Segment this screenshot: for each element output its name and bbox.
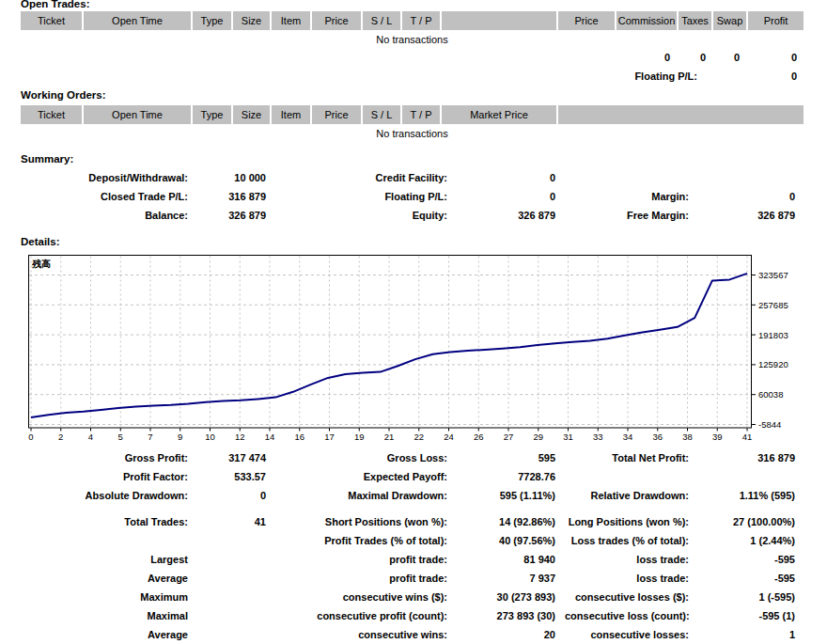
summary-label: Equity:	[282, 210, 447, 222]
stat-label: consecutive profit (count):	[282, 610, 447, 622]
column-header-ticket: Ticket	[21, 11, 82, 30]
x-axis-tick-label: 5	[118, 432, 123, 442]
column-header-item: Item	[272, 11, 310, 30]
summary-label: Deposit/Withdrawal:	[21, 172, 188, 184]
column-header-profit: Profit	[748, 11, 804, 30]
stat-label: consecutive losses:	[565, 629, 689, 641]
column-header-size: Size	[233, 105, 270, 124]
stat-value: 1 (2.44%)	[694, 535, 795, 547]
summary-value: 326 879	[694, 210, 795, 222]
stat-label: Absolute Drawdown:	[21, 490, 188, 502]
stat-label: Relative Drawdown:	[565, 490, 689, 502]
stat-label: Total Net Profit:	[565, 452, 689, 464]
x-axis-tick-label: 4	[88, 432, 93, 442]
x-axis-tick-label: 34	[623, 432, 633, 442]
x-axis-tick-label: 39	[712, 432, 723, 442]
y-axis-tick-label: -5844	[758, 419, 781, 430]
column-header-price: Price	[312, 11, 361, 30]
column-header-size: Size	[233, 11, 270, 30]
stat-label: Profit Factor:	[21, 471, 188, 483]
stat-label: consecutive losses ($):	[565, 591, 689, 604]
stat-value: 1 (-595)	[694, 591, 795, 604]
details-title: Details:	[21, 236, 60, 247]
stat-value: 595 (1.11%)	[452, 490, 555, 502]
column-header-price: Price	[312, 105, 361, 124]
stat-label: Short Positions (won %):	[282, 516, 447, 528]
summary-value: 0	[694, 191, 795, 203]
stat-value: 595	[452, 452, 555, 464]
stat-value: 0	[193, 490, 266, 502]
stat-value: 317 474	[193, 452, 266, 464]
x-axis-tick-label: 0	[28, 432, 33, 442]
y-axis-tick-label: 323567	[758, 270, 788, 280]
summary-label: Margin:	[565, 191, 689, 203]
y-axis-tick-label: 191803	[758, 330, 788, 340]
summary-value: 316 879	[193, 191, 266, 203]
stat-label: Gross Profit:	[21, 452, 188, 464]
stat-value: 316 879	[694, 452, 795, 464]
summary-label: Credit Facility:	[282, 172, 447, 184]
balance-curve-chart: 0245791012141617192122242627293133343638…	[0, 0, 827, 451]
stat-value: -595 (1)	[694, 610, 795, 622]
stat-value: -595	[694, 554, 795, 566]
summary-value: 0	[452, 191, 555, 203]
x-axis-tick-label: 17	[324, 432, 335, 442]
column-header-commission: Commission	[616, 11, 677, 30]
stat-value: 41	[193, 516, 266, 528]
x-axis-tick-label: 16	[294, 432, 304, 442]
x-axis-tick-label: 29	[533, 432, 543, 442]
stat-value: 7 937	[452, 573, 555, 585]
summary-value: 10 000	[193, 172, 266, 184]
x-axis-tick-label: 41	[742, 432, 753, 442]
column-header-t-p: T / P	[402, 11, 440, 30]
stat-value: 1.11% (595)	[694, 490, 795, 502]
x-axis-tick-label: 22	[414, 432, 424, 442]
x-axis-tick-label: 19	[354, 432, 365, 442]
column-header-item: Item	[272, 105, 310, 124]
stat-value: 1	[694, 629, 795, 641]
y-axis-tick-label: 257685	[758, 300, 788, 310]
stat-label: Long Positions (won %):	[565, 516, 689, 528]
stat-value: 27 (100.00%)	[694, 516, 795, 528]
x-axis-tick-label: 24	[444, 432, 454, 442]
stat-label: Total Trades:	[21, 516, 188, 528]
working-orders-empty-text: No transactions	[21, 128, 804, 139]
column-header-blank	[558, 105, 804, 124]
chart-title-balance: 残高	[31, 259, 51, 269]
open-trades-empty-text: No transactions	[21, 34, 804, 45]
column-header-taxes: Taxes	[679, 11, 711, 30]
y-axis-tick-label: 60038	[758, 389, 783, 400]
x-axis-tick-label: 7	[148, 432, 152, 442]
column-header-t-p: T / P	[402, 105, 440, 124]
stat-label: consecutive wins ($):	[282, 591, 447, 604]
working-orders-header-row: TicketOpen TimeTypeSizeItemPriceS / LT /…	[21, 105, 805, 124]
x-axis-tick-label: 12	[235, 432, 245, 442]
stat-label: Profit Trades (% of total):	[282, 535, 447, 547]
summary-value: 0	[452, 172, 555, 184]
x-axis-tick-label: 38	[682, 432, 693, 442]
stat-label: Largest	[21, 554, 188, 566]
column-header-price: Price	[558, 11, 615, 30]
stat-label: Maximal Drawdown:	[282, 490, 447, 502]
open-trades-header-row: TicketOpen TimeTypeSizeItemPriceS / LT /…	[21, 11, 805, 30]
stat-label: profit trade:	[282, 573, 447, 585]
open-trades-total-value: 0	[616, 52, 670, 64]
stat-value: 81 940	[452, 554, 555, 566]
x-axis-tick-label: 27	[504, 432, 514, 442]
summary-label: Closed Trade P/L:	[21, 191, 188, 203]
stat-label: Maximal	[21, 610, 188, 622]
x-axis-tick-label: 31	[563, 432, 573, 442]
working-orders-title: Working Orders:	[21, 89, 106, 101]
stat-label: consecutive wins:	[282, 629, 447, 641]
x-axis-tick-label: 2	[58, 432, 63, 442]
summary-value: 326 879	[452, 210, 555, 222]
column-header-open-time: Open Time	[84, 105, 191, 124]
stat-value: 30 (273 893)	[452, 591, 555, 604]
stat-label: Gross Loss:	[282, 452, 447, 464]
stat-value: 40 (97.56%)	[452, 535, 555, 547]
floating-pl-label: Floating P/L:	[564, 71, 697, 83]
balance-line-series	[31, 274, 747, 417]
stat-label: Average	[21, 573, 188, 585]
x-axis-tick-label: 9	[178, 432, 182, 442]
column-header-s-l: S / L	[363, 105, 400, 124]
